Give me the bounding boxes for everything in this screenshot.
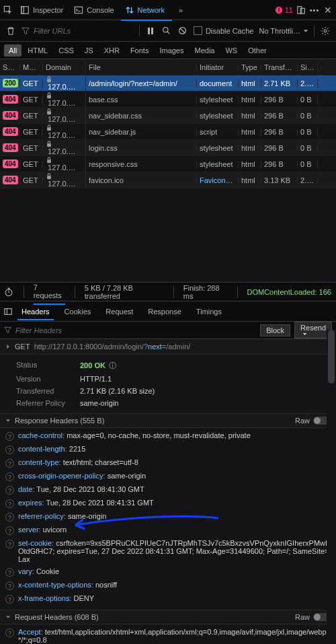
svg-rect-22: [5, 308, 12, 314]
svg-rect-3: [75, 7, 83, 13]
table-row[interactable]: 404GET 127.0.…favicon.icoFaviconL…html3.…: [0, 172, 336, 188]
svg-rect-19: [47, 159, 51, 163]
table-row[interactable]: 404GET 127.0.…login.cssstylesheethtml296…: [0, 140, 336, 156]
table-row[interactable]: 404GET 127.0.…responsive.cssstylesheetht…: [0, 156, 336, 172]
pause-icon[interactable]: [145, 26, 156, 36]
tabs-overflow[interactable]: »: [175, 3, 187, 17]
general-row: VersionHTTP/1.1: [0, 373, 336, 385]
filter-other[interactable]: Other: [243, 44, 271, 57]
tab-network[interactable]: Network: [121, 3, 172, 17]
filter-headers-input[interactable]: Filter Headers: [15, 326, 62, 334]
summary-transferred: 5 KB / 7.28 KB transferred: [85, 284, 164, 300]
filter-xhr[interactable]: XHR: [99, 44, 124, 57]
response-headers-section[interactable]: Response Headers (555 B) Raw: [0, 413, 336, 428]
detail-tab-response[interactable]: Response: [141, 303, 188, 320]
svg-rect-15: [47, 95, 51, 98]
filter-all[interactable]: All: [4, 44, 22, 57]
summary-finish: Finish: 288 ms: [183, 284, 228, 300]
gear-icon[interactable]: [320, 26, 331, 36]
svg-rect-5: [278, 7, 279, 10]
column-header[interactable]: St…: [0, 63, 20, 71]
table-row[interactable]: 404GET 127.0.…nav_sidebar.cssstylesheeth…: [0, 108, 336, 124]
tab-label: Inspector: [33, 6, 63, 14]
svg-rect-17: [47, 127, 51, 131]
tab-label: Network: [138, 6, 165, 14]
column-header[interactable]: Initiator: [197, 63, 239, 71]
header-row: ?cache-control: max-age=0, no-cache, no-…: [0, 429, 336, 443]
request-url-summary[interactable]: GET http://127.0.0.1:8000/admin/login/?n…: [0, 339, 336, 355]
header-row: ?cross-origin-opener-policy: same-origin: [0, 470, 336, 483]
filter-css[interactable]: CSS: [54, 44, 79, 57]
column-header[interactable]: M…: [20, 63, 43, 71]
general-row: Status200 OKⓘ: [0, 359, 336, 373]
search-icon[interactable]: [161, 26, 172, 36]
header-row: ?x-frame-options: DENY: [0, 592, 336, 606]
svg-point-11: [163, 28, 168, 32]
stopwatch-icon[interactable]: [4, 287, 14, 297]
svg-rect-16: [47, 111, 51, 114]
details-back-icon[interactable]: [3, 306, 13, 317]
header-row: ?date: Tue, 28 Dec 2021 08:41:30 GMT: [0, 483, 336, 497]
svg-rect-1: [22, 6, 29, 13]
block-button[interactable]: Block: [260, 324, 290, 336]
throttle-select[interactable]: No Throttli…: [259, 27, 308, 35]
filter-fonts[interactable]: Fonts: [126, 44, 154, 57]
general-row: Referrer Policysame-origin: [0, 397, 336, 409]
svg-rect-20: [47, 176, 51, 179]
svg-rect-6: [278, 11, 279, 11]
tab-console[interactable]: Console: [70, 3, 118, 17]
column-header[interactable]: Size: [298, 63, 318, 71]
trash-icon[interactable]: [5, 26, 16, 36]
header-row: ?vary: Cookie: [0, 565, 336, 579]
svg-rect-9: [148, 28, 150, 34]
column-header[interactable]: Transferr…: [261, 63, 298, 71]
close-icon[interactable]: ✕: [323, 5, 333, 15]
column-header[interactable]: Domain: [43, 63, 86, 71]
header-row: ?server: uvicorn: [0, 524, 336, 537]
svg-rect-10: [151, 28, 153, 34]
column-header[interactable]: Type: [239, 63, 261, 71]
detail-tab-headers[interactable]: Headers: [15, 303, 56, 320]
table-row[interactable]: 404GET 127.0.…nav_sidebar.jsscripthtml29…: [0, 124, 336, 140]
header-row: ?Accept: text/html,application/xhtml+xml…: [0, 626, 336, 644]
header-row: ?x-content-type-options: nosniff: [0, 579, 336, 592]
header-row: ?referrer-policy: same-origin: [0, 510, 336, 524]
filter-ws[interactable]: WS: [220, 44, 242, 57]
scrollbar[interactable]: [327, 330, 336, 644]
detail-tab-request[interactable]: Request: [99, 303, 140, 320]
filter-images[interactable]: Images: [155, 44, 188, 57]
summary-dcl: DOMContentLoaded: 166 m: [247, 288, 333, 296]
svg-rect-8: [300, 8, 304, 13]
error-count-badge[interactable]: 11: [275, 6, 293, 14]
header-row: ?content-length: 2215: [0, 443, 336, 456]
svg-rect-18: [47, 143, 51, 147]
table-row[interactable]: 200GET 127.0.…/admin/login/?next=/admin/…: [0, 75, 336, 92]
raw-toggle[interactable]: Raw: [295, 613, 331, 621]
svg-rect-2: [22, 6, 24, 13]
request-headers-section[interactable]: Request Headers (608 B) Raw: [0, 610, 336, 624]
svg-rect-7: [298, 6, 302, 13]
svg-rect-14: [47, 79, 51, 82]
header-row: ?content-type: text/html; charset=utf-8: [0, 456, 336, 470]
header-row: ?set-cookie: csrftoken=9xs5BPRuCKLPIUeC7…: [0, 537, 336, 565]
header-row: ?expires: Tue, 28 Dec 2021 08:41:31 GMT: [0, 497, 336, 510]
filter-media[interactable]: Media: [190, 44, 219, 57]
column-header[interactable]: File: [86, 63, 197, 71]
tab-inspector[interactable]: Inspector: [16, 3, 67, 17]
summary-requests: 7 requests: [34, 279, 65, 305]
filter-html[interactable]: HTML: [23, 44, 52, 57]
tab-label: Console: [87, 6, 114, 14]
svg-point-13: [324, 30, 327, 32]
table-row[interactable]: 404GET 127.0.…base.cssstylesheethtml296 …: [0, 92, 336, 108]
filter-urls-input[interactable]: Filter URLs: [22, 27, 134, 35]
filter-js[interactable]: JS: [80, 44, 98, 57]
meatballs-icon[interactable]: •••: [309, 5, 320, 15]
detail-tab-timings[interactable]: Timings: [190, 303, 228, 320]
raw-toggle[interactable]: Raw: [295, 417, 331, 425]
element-picker-icon[interactable]: [3, 5, 13, 15]
general-row: Transferred2.71 KB (2.16 KB size): [0, 385, 336, 397]
detail-tab-cookies[interactable]: Cookies: [58, 303, 98, 320]
responsive-mode-icon[interactable]: [296, 5, 306, 15]
block-icon[interactable]: [177, 26, 188, 36]
disable-cache-checkbox[interactable]: Disable Cache: [194, 26, 254, 35]
